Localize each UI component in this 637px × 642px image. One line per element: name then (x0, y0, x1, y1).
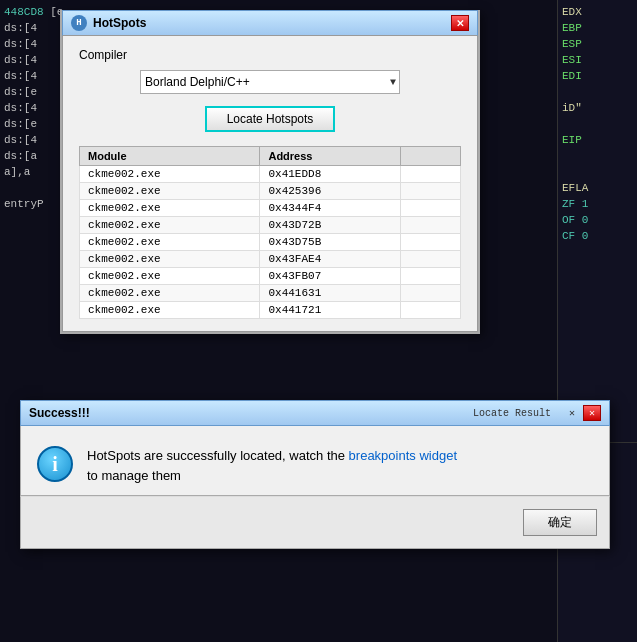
table-header-row: Module Address (80, 147, 461, 166)
compiler-select-wrapper: Borland Delphi/C++ MSVC GCC ▼ (79, 70, 461, 94)
cell-address: 0x425396 (260, 183, 401, 200)
compiler-label: Compiler (79, 48, 461, 62)
hotspots-close-button[interactable]: ✕ (451, 15, 469, 31)
cell-module: ckme002.exe (80, 166, 260, 183)
cell-module: ckme002.exe (80, 183, 260, 200)
info-icon: i (37, 446, 73, 482)
success-close-button[interactable]: ✕ (583, 405, 601, 421)
watermark: ✦ (430, 505, 455, 540)
table-row: ckme002.exe0x43FAE4 (80, 251, 461, 268)
cell-extra (401, 251, 461, 268)
table-row: ckme002.exe0x441721 (80, 302, 461, 319)
success-message-part1: HotSpots are successfully located, watch… (87, 448, 345, 463)
table-row: ckme002.exe0x4344F4 (80, 200, 461, 217)
cell-address: 0x4344F4 (260, 200, 401, 217)
bg-addr: 448CD8 (4, 6, 44, 18)
col-address: Address (260, 147, 401, 166)
success-subtitle: Locate Result ✕ (473, 407, 575, 419)
cell-module: ckme002.exe (80, 217, 260, 234)
cell-address: 0x41EDD8 (260, 166, 401, 183)
table-row: ckme002.exe0x43D72B (80, 217, 461, 234)
success-message: HotSpots are successfully located, watch… (87, 446, 457, 485)
cell-address: 0x43FB07 (260, 268, 401, 285)
hotspot-table: Module Address ckme002.exe0x41EDD8ckme00… (79, 146, 461, 319)
hotspots-icon: H (71, 15, 87, 31)
success-title: Success!!! (29, 406, 473, 420)
table-row: ckme002.exe0x41EDD8 (80, 166, 461, 183)
compiler-select[interactable]: Borland Delphi/C++ MSVC GCC (140, 70, 400, 94)
cell-extra (401, 234, 461, 251)
cell-address: 0x43D75B (260, 234, 401, 251)
cell-module: ckme002.exe (80, 234, 260, 251)
confirm-button[interactable]: 确定 (523, 509, 597, 536)
compiler-select-container: Borland Delphi/C++ MSVC GCC ▼ (140, 70, 400, 94)
cell-extra (401, 302, 461, 319)
table-row: ckme002.exe0x43D75B (80, 234, 461, 251)
success-body: i HotSpots are successfully located, wat… (20, 426, 610, 496)
cell-module: ckme002.exe (80, 285, 260, 302)
cell-address: 0x43FAE4 (260, 251, 401, 268)
cell-extra (401, 183, 461, 200)
cell-module: ckme002.exe (80, 302, 260, 319)
cell-module: ckme002.exe (80, 200, 260, 217)
table-row: ckme002.exe0x43FB07 (80, 268, 461, 285)
hotspots-titlebar: H HotSpots ✕ (62, 10, 478, 36)
cell-extra (401, 268, 461, 285)
cell-extra (401, 200, 461, 217)
table-row: ckme002.exe0x441631 (80, 285, 461, 302)
cell-address: 0x441631 (260, 285, 401, 302)
cell-address: 0x441721 (260, 302, 401, 319)
table-row: ckme002.exe0x425396 (80, 183, 461, 200)
cell-extra (401, 166, 461, 183)
success-titlebar: Success!!! Locate Result ✕ ✕ (20, 400, 610, 426)
cell-address: 0x43D72B (260, 217, 401, 234)
cell-extra (401, 285, 461, 302)
hotspots-title: HotSpots (93, 16, 451, 30)
cell-module: ckme002.exe (80, 268, 260, 285)
success-footer: ✦ 确定 (20, 496, 610, 549)
col-extra (401, 147, 461, 166)
hotspots-body: Compiler Borland Delphi/C++ MSVC GCC ▼ L… (62, 36, 478, 332)
success-message-highlight: breakpoints widget (349, 448, 457, 463)
cell-module: ckme002.exe (80, 251, 260, 268)
success-message-part2: to manage them (87, 468, 181, 483)
col-module: Module (80, 147, 260, 166)
cell-extra (401, 217, 461, 234)
hotspots-dialog: H HotSpots ✕ Compiler Borland Delphi/C++… (60, 10, 480, 334)
success-dialog: Success!!! Locate Result ✕ ✕ i HotSpots … (20, 400, 610, 549)
locate-hotspots-button[interactable]: Locate Hotspots (205, 106, 336, 132)
locate-button-wrapper: Locate Hotspots (79, 106, 461, 132)
